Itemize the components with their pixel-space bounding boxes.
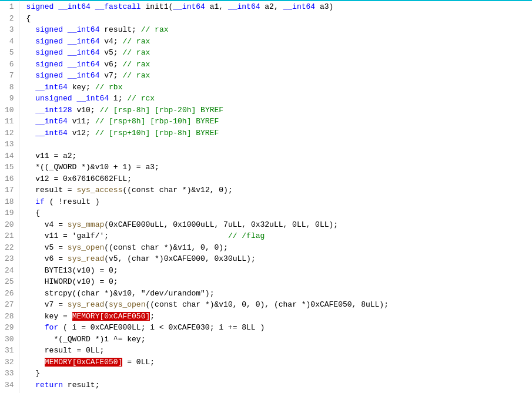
comment: // /flag: [109, 231, 265, 240]
plain-code: [26, 106, 36, 115]
code-line: signed __int64 result; // rax: [26, 24, 532, 36]
keyword: if: [26, 197, 45, 206]
line-number: 34: [5, 379, 14, 391]
plain-code: [26, 117, 36, 126]
line-number: 26: [5, 288, 14, 300]
plain-code: ((const char *)&v10, 0, 0), (char *)0xCA…: [145, 300, 388, 309]
plain-code: key =: [26, 312, 72, 321]
line-number: 7: [5, 70, 14, 82]
keyword: __int64: [35, 129, 68, 137]
plain-code: [63, 48, 68, 57]
keyword: for: [26, 323, 59, 332]
code-line: if ( !result ): [26, 196, 532, 208]
code-line: {: [26, 207, 532, 219]
code-line: __int128 v10; // [rsp-8h] [rbp-20h] BYRE…: [26, 105, 532, 116]
plain-code: v5 =: [26, 243, 68, 252]
highlighted-memory-ref: MEMORY[0xCAFE050]: [45, 358, 123, 367]
line-number: 24: [5, 265, 14, 277]
code-line: v6 = sys_read(v5, (char *)0xCAFE000, 0x3…: [26, 253, 532, 265]
comment: // rbx: [95, 83, 123, 92]
comment: // [rsp-8h] [rbp-20h] BYREF: [99, 106, 223, 115]
plain-code: [26, 71, 36, 80]
code-line: __int64 v12; // [rsp+10h] [rbp-8h] BYREF: [26, 127, 532, 139]
plain-code: v12 = 0x67616C662FLL;: [26, 174, 132, 183]
keyword: signed: [35, 60, 63, 69]
keyword: signed: [35, 48, 63, 57]
code-line: v4 = sys_mmap(0xCAFE000uLL, 0x1000uLL, 7…: [26, 219, 532, 231]
line-number: 1: [5, 1, 14, 13]
plain-code: v11;: [68, 117, 95, 126]
plain-code: [26, 60, 36, 69]
plain-code: *((_QWORD *)&v10 + 1) = a3;: [26, 163, 159, 172]
line-number: 5: [5, 47, 14, 59]
keyword: __int64: [35, 83, 68, 92]
plain-code: result =: [26, 186, 77, 194]
plain-code: [63, 37, 68, 46]
code-line: v12 = 0x67616C662FLL;: [26, 173, 532, 185]
line-number: 28: [5, 311, 14, 323]
comment: // rax: [122, 48, 150, 57]
highlighted-memory-ref: MEMORY[0xCAFE050]: [72, 312, 150, 321]
plain-code: ((const char *)&v11, 0, 0);: [104, 243, 228, 252]
code-line: BYTE13(v10) = 0;: [26, 265, 532, 277]
keyword: __int64: [68, 48, 100, 57]
code-line: [26, 139, 532, 150]
plain-code: (v5, (char *)0xCAFE000, 0x30uLL);: [104, 254, 255, 263]
plain-code: v6 =: [26, 254, 68, 263]
line-number: 21: [5, 230, 14, 242]
comment: // [rsp+8h] [rbp-10h] BYREF: [95, 117, 219, 126]
plain-code: {: [26, 14, 31, 23]
plain-code: a3): [315, 2, 333, 11]
keyword: __fastcall: [95, 2, 141, 11]
keyword: __int64: [228, 2, 260, 11]
code-line: unsigned __int64 i; // rcx: [26, 93, 532, 105]
plain-code: {: [26, 209, 40, 217]
code-line: v11 = a2;: [26, 150, 532, 162]
code-line: v5 = sys_open((const char *)&v11, 0, 0);: [26, 242, 532, 254]
code-line: }: [26, 368, 532, 379]
keyword: __int64: [58, 2, 91, 11]
comment: // rax: [122, 60, 150, 69]
plain-code: [63, 60, 68, 69]
plain-code: v10;: [72, 106, 100, 115]
line-number: 27: [5, 299, 14, 311]
line-number: 10: [5, 105, 14, 116]
plain-code: [63, 71, 68, 80]
keyword: __int64: [68, 71, 100, 80]
code-line: key = MEMORY[0xCAFE050];: [26, 311, 532, 323]
plain-code: (0xCAFE000uLL, 0x1000uLL, 7uLL, 0x32uLL,…: [104, 220, 338, 229]
function-name: sys_read: [68, 254, 104, 263]
code-line: signed __int64 v4; // rax: [26, 36, 532, 48]
comment: // rax: [122, 37, 150, 46]
code-content[interactable]: signed __int64 __fastcall init1(__int64 …: [19, 0, 532, 393]
line-number: 12: [5, 127, 14, 139]
plain-code: v5;: [99, 48, 122, 57]
keyword: __int128: [35, 106, 72, 115]
plain-code: (: [104, 300, 109, 309]
plain-code: v12;: [68, 129, 95, 137]
code-line: signed __int64 v5; // rax: [26, 47, 532, 59]
plain-code: [26, 358, 45, 367]
plain-code: key;: [68, 83, 95, 92]
keyword: return: [26, 381, 63, 389]
comment: // rax: [141, 25, 169, 34]
plain-code: init1(: [141, 2, 173, 11]
keyword: signed: [26, 2, 59, 11]
plain-code: [26, 25, 36, 34]
line-number: 2: [5, 13, 14, 25]
function-name: sys_open: [68, 243, 104, 252]
line-number: 23: [5, 253, 14, 265]
function-name: sys_mmap: [68, 220, 104, 229]
keyword: signed: [35, 71, 63, 80]
line-number: 29: [5, 322, 14, 334]
code-line: v11 = 'galf/'; // /flag: [26, 230, 532, 242]
keyword: __int64: [68, 25, 100, 34]
plain-code: ( !result ): [45, 197, 100, 206]
plain-code: [26, 37, 36, 46]
line-number: 18: [5, 196, 14, 208]
keyword: __int64: [173, 2, 205, 11]
code-line: *(_QWORD *)i ^= key;: [26, 334, 532, 345]
code-line: HIWORD(v10) = 0;: [26, 276, 532, 288]
plain-code: v4 =: [26, 220, 68, 229]
plain-code: v11 = 'galf/';: [26, 231, 109, 240]
